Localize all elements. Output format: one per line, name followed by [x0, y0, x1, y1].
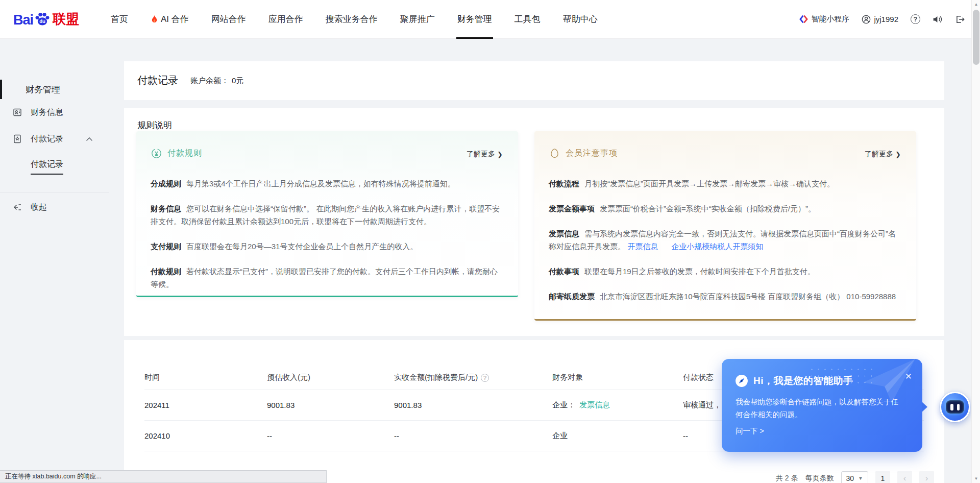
nav-item-screen-promotion[interactable]: 聚屏推广	[389, 0, 446, 39]
nav-menu: 首页 AI 合作 网站合作 应用合作 搜索业务合作 聚屏推广 财务管理	[100, 0, 609, 39]
coin-yen-icon	[151, 148, 162, 159]
per-page-label: 每页条数	[805, 474, 834, 483]
member-notes-card: 会员注意事项 了解更多❯ 付款流程月初按“发票信息”页面开具发票→上传发票→邮寄…	[534, 131, 916, 321]
close-icon[interactable]: ✕	[905, 371, 912, 382]
compass-icon	[735, 374, 748, 388]
chevron-down-icon: ▼	[858, 475, 863, 481]
smart-miniprogram-entry[interactable]: 智能小程序	[799, 14, 849, 24]
col-header-time: 时间	[144, 373, 267, 382]
chevron-right-icon: ❯	[895, 151, 901, 158]
cell-finance-object: 企业	[552, 431, 683, 441]
col-header-finance-object: 财务对象	[552, 373, 683, 382]
logo-union-text: 联盟	[53, 10, 79, 28]
invoice-info-link[interactable]: 开票信息	[627, 242, 658, 251]
col-header-estimated-income: 预估收入(元)	[267, 373, 394, 382]
assistant-header: Hi，我是您的智能助手	[735, 374, 853, 388]
sidebar: 财务管理 财务信息 付款记录 付款记录	[0, 39, 113, 483]
ask-now-link[interactable]: 问一下 >	[736, 426, 764, 436]
rules-section-title: 规则说明	[137, 119, 172, 131]
cell-actual: --	[394, 431, 552, 440]
cell-actual: 9001.83	[394, 401, 552, 409]
help-icon[interactable]: ?	[911, 14, 920, 24]
user-icon	[862, 15, 871, 24]
assistant-message: 我会帮助您诊断合作链路问题，以及解答您关于任何合作相关的问题。	[736, 396, 899, 421]
column-help-icon[interactable]: ?	[481, 374, 489, 382]
rule-paragraph: 财务信息您可以在财务信息中选择“保留付款”。 在此期间您产生的收入将在账户内进行…	[151, 202, 504, 228]
browser-status-bar: 正在等待 xlab.baidu.com 的响应...	[0, 470, 327, 483]
rule-paragraph: 付款流程月初按“发票信息”页面开具发票→上传发票→邮寄发票→审核→确认支付。	[549, 177, 902, 190]
cell-estimated: 9001.83	[267, 401, 394, 409]
collapse-icon	[12, 203, 22, 212]
rule-paragraph: 付款规则若付款状态显示“已支付”，说明联盟已安排了您的付款。支付后三个工作日内到…	[151, 265, 504, 291]
payment-rules-body: 分成规则每月第3或4个工作日产出上月分成信息及发票信息，如有特殊情况将提前通知。…	[151, 177, 504, 303]
next-page-button[interactable]: ›	[919, 471, 934, 483]
nav-item-home[interactable]: 首页	[100, 0, 139, 39]
sidebar-section-title: 财务管理	[26, 84, 60, 95]
robot-face	[946, 400, 964, 414]
scrollbar-thumb[interactable]	[973, 10, 979, 65]
rule-paragraph: 发票信息需与系统内发票信息内容完全一致，否则无法支付。请根据发票信息页面中“百度…	[549, 227, 902, 253]
assistant-title: Hi，我是您的智能助手	[753, 374, 853, 388]
balance-label: 账户余额：	[190, 76, 229, 85]
prev-page-button[interactable]: ‹	[897, 471, 912, 483]
top-navigation: Bai du 联盟 首页 AI 合作	[0, 0, 980, 39]
flame-icon	[151, 15, 158, 23]
payment-rules-title: 付款规则	[167, 148, 202, 159]
assistant-robot-avatar[interactable]	[940, 392, 970, 422]
diamond-icon	[799, 15, 808, 23]
scrollbar-down-arrow[interactable]: ▼	[972, 474, 980, 483]
page-title: 付款记录	[137, 74, 178, 87]
small-taxpayer-notice-link[interactable]: 企业小规模纳税人开票须知	[671, 242, 763, 251]
robot-eye	[950, 404, 953, 410]
sidebar-divider	[0, 192, 109, 192]
nav-item-toolkit[interactable]: 工具包	[503, 0, 552, 39]
announcement-speaker-icon[interactable]	[933, 15, 943, 24]
payment-rules-head: 付款规则	[151, 148, 202, 159]
logout-icon[interactable]	[955, 15, 965, 24]
pagination-total: 共 2 条	[776, 474, 798, 483]
rule-paragraph: 发票金额事项发票票面“价税合计”金额=系统中“实收金额（扣除税费后/元）”。	[549, 202, 902, 215]
sidebar-item-payment-record[interactable]: 付款记录	[0, 132, 113, 146]
payment-rules-more-link[interactable]: 了解更多❯	[467, 150, 503, 159]
nav-item-help-center[interactable]: 帮助中心	[552, 0, 609, 39]
member-notes-more-link[interactable]: 了解更多❯	[865, 150, 901, 159]
member-notes-head: 会员注意事项	[549, 148, 618, 159]
vertical-scrollbar[interactable]: ▲ ▼	[971, 0, 980, 483]
user-account[interactable]: jyj1992	[862, 15, 898, 24]
rule-paragraph: 邮寄纸质发票北京市海淀区西北旺东路10号院百度科技园5号楼 百度联盟财务组（收）…	[549, 290, 902, 303]
col-header-actual-amount: 实收金额(扣除税费后/元) ?	[394, 373, 552, 382]
cell-time: 202410	[144, 431, 267, 440]
nav-item-website-cooperation[interactable]: 网站合作	[200, 0, 257, 39]
chevron-up-icon	[86, 137, 93, 141]
sidebar-subitem-payment-record[interactable]: 付款记录	[31, 159, 63, 175]
rule-paragraph: 分成规则每月第3或4个工作日产出上月分成信息及发票信息，如有特殊情况将提前通知。	[151, 177, 504, 190]
smart-assistant-popup: Hi，我是您的智能助手 ✕ 我会帮助您诊断合作链路问题，以及解答您关于任何合作相…	[722, 359, 922, 452]
invoice-info-table-link[interactable]: 发票信息	[579, 400, 610, 409]
page-button-1[interactable]: 1	[875, 471, 890, 483]
cell-finance-object: 企业：发票信息	[552, 400, 683, 410]
baidu-union-logo[interactable]: Bai du 联盟	[13, 10, 79, 28]
rule-paragraph: 支付规则百度联盟会在每月20号—31号支付企业会员上个自然月产生的收入。	[151, 240, 504, 253]
account-balance: 账户余额：0元	[190, 76, 243, 86]
sidebar-item-finance-info[interactable]: 财务信息	[0, 105, 113, 119]
per-page-select[interactable]: 30 ▼	[841, 471, 868, 483]
sidebar-active-indicator	[0, 80, 2, 99]
member-notes-body: 付款流程月初按“发票信息”页面开具发票→上传发票→邮寄发票→审核→确认支付。 发…	[549, 177, 902, 315]
pagination: 共 2 条 每页条数 30 ▼ 1 ‹ ›	[776, 471, 934, 483]
robot-eye	[957, 404, 960, 410]
egg-icon	[549, 148, 560, 159]
payment-rules-card: 付款规则 了解更多❯ 分成规则每月第3或4个工作日产出上月分成信息及发票信息，如…	[136, 131, 518, 297]
nav-item-app-cooperation[interactable]: 应用合作	[257, 0, 314, 39]
nav-item-ai-cooperation[interactable]: AI 合作	[139, 0, 200, 39]
nav-item-finance-management[interactable]: 财务管理	[446, 0, 503, 39]
balance-value: 0元	[232, 76, 243, 85]
scrollbar-up-arrow[interactable]: ▲	[972, 0, 980, 9]
baidu-paw-icon: du	[34, 11, 51, 27]
nav-item-search-cooperation[interactable]: 搜索业务合作	[314, 0, 389, 39]
svg-text:du: du	[39, 18, 45, 24]
payment-record-header-card: 付款记录 账户余额：0元	[124, 61, 944, 100]
rules-section-card: 规则说明 付款规则 了解更多❯ 分成规则每月第3或4个工作日产出上月分成信息及发…	[124, 108, 944, 336]
rule-paragraph: 付款事项联盟在每月19日之后签收的发票，付款时间安排在下个月首批支付。	[549, 265, 902, 278]
nav-right-area: 智能小程序 jyj1992 ?	[799, 14, 965, 24]
sidebar-collapse-button[interactable]: 收起	[0, 200, 113, 214]
